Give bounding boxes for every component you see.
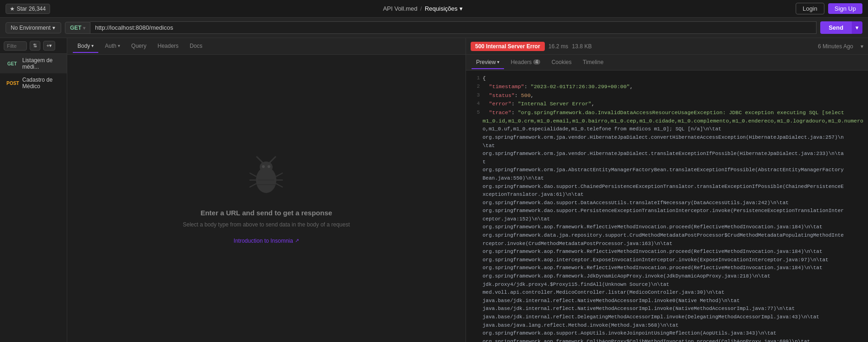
response-body: 1 { 2 "timestamp": "2023-02-01T17:26:30.…	[466, 71, 868, 342]
json-line-cont14: org.springframework.data.jpa.repository.…	[471, 232, 863, 240]
tab-docs[interactable]: Docs	[185, 40, 207, 53]
method-badge: GET ▾	[65, 22, 90, 34]
json-line-cont4: org.springframework.orm.jpa.vendor.Hiber…	[471, 150, 863, 158]
sidebar-item-listagem[interactable]: GET Listagem de médi...	[0, 54, 67, 73]
top-nav-center: API Voll.med / Requisições ▾	[383, 5, 463, 12]
main-layout: ⇅ +▾ GET Listagem de médi... POST Cadast…	[0, 38, 868, 342]
json-line-cont26: org.springframework.aop.support.AopUtils…	[471, 329, 863, 338]
tab-auth[interactable]: Auth ▾	[100, 40, 125, 53]
json-line-cont1: o,m1_0.uf,m1_0.especialidade,m1_0.telefo…	[471, 125, 863, 134]
chevron-down-icon: ▾	[52, 25, 55, 31]
json-line-cont23: java.base/jdk.internal.reflect.NativeMet…	[471, 305, 863, 313]
request-tabs: Body ▾ Auth ▾ Query Headers Docs	[67, 38, 466, 55]
tab-preview[interactable]: Preview ▾	[472, 56, 504, 69]
response-panel: 500 Internal Server Error 16.2 ms 13.8 K…	[466, 38, 868, 342]
json-line-cont8: org.springframework.dao.support.ChainedP…	[471, 183, 863, 191]
status-badge: 500 Internal Server Error	[471, 42, 545, 51]
tab-label: Docs	[190, 43, 202, 49]
login-button[interactable]: Login	[796, 3, 824, 14]
sidebar: ⇅ +▾ GET Listagem de médi... POST Cadast…	[0, 38, 67, 342]
json-line-cont16: org.springframework.aop.framework.Reflec…	[471, 248, 863, 256]
svg-point-1	[260, 161, 273, 173]
star-button[interactable]: ★ Star 26,344	[6, 4, 50, 14]
top-nav-right: Login Sign Up	[796, 3, 862, 14]
filter-input[interactable]	[4, 41, 27, 51]
json-line-1: 1 {	[471, 74, 863, 83]
sidebar-item-label: Cadastro de Médico	[22, 77, 62, 90]
chevron-down-icon: ▾	[861, 43, 863, 50]
json-line-cont15: rceptor.invoke(CrudMethodMetadataPostPro…	[471, 240, 863, 248]
environment-selector[interactable]: No Environment ▾	[6, 22, 61, 33]
intro-link[interactable]: Introduction to Insomnia ↗	[234, 238, 299, 244]
json-line-cont7: Bean.java:550)\n\tat	[471, 174, 863, 183]
headers-badge: 4	[533, 59, 541, 65]
tab-label: Preview	[476, 59, 496, 65]
add-button[interactable]: +▾	[43, 41, 55, 51]
json-line-5: 5 "trace": "org.springframework.dao.Inva…	[471, 109, 863, 126]
star-count: 26,344	[29, 6, 46, 12]
json-line-cont13: org.springframework.aop.framework.Reflec…	[471, 223, 863, 232]
current-page[interactable]: Requisições ▾	[425, 5, 463, 12]
svg-point-5	[268, 165, 270, 168]
svg-line-11	[276, 184, 282, 187]
response-tabs: Preview ▾ Headers 4 Cookies Timeline	[466, 55, 868, 71]
url-input[interactable]	[90, 21, 817, 34]
chevron-down-icon: ▾	[497, 59, 499, 65]
json-line-cont18: org.springframework.aop.framework.Reflec…	[471, 264, 863, 272]
json-line-cont19: org.springframework.aop.framework.JdkDyn…	[471, 272, 863, 281]
chevron-down-icon: ▾	[460, 5, 463, 12]
request-panel-content: Enter a URL and send to get a response S…	[67, 55, 466, 342]
star-icon: ★	[10, 6, 15, 12]
method-label: GET	[70, 25, 82, 31]
send-button[interactable]: Send	[820, 21, 852, 34]
intro-link-text: Introduction to Insomnia	[234, 238, 293, 244]
response-meta: 6 Minutes Ago ▾	[818, 43, 863, 50]
time-ago: 6 Minutes Ago	[818, 43, 853, 50]
send-btn-group: Send ▾	[820, 21, 862, 34]
json-line-cont24: java.base/jdk.internal.reflect.Delegatin…	[471, 313, 863, 322]
url-bar: GET ▾	[65, 21, 817, 34]
send-dropdown-button[interactable]: ▾	[852, 21, 862, 34]
star-label: Star	[17, 6, 27, 12]
svg-line-9	[276, 173, 282, 176]
json-line-cont25: java.base/java.lang.reflect.Method.invok…	[471, 322, 863, 330]
current-page-label: Requisições	[425, 5, 458, 12]
breadcrumb-project: API Voll.med	[383, 5, 417, 12]
tab-body[interactable]: Body ▾	[73, 40, 98, 53]
tab-cookies[interactable]: Cookies	[547, 56, 576, 69]
chevron-down-icon: ▾	[91, 43, 94, 48]
signup-button[interactable]: Sign Up	[828, 3, 862, 14]
url-input-wrapper	[90, 21, 817, 34]
request-panel: Body ▾ Auth ▾ Query Headers Docs	[67, 38, 466, 342]
json-line-cont21: med.voll.api.controller.MedicoController…	[471, 289, 863, 297]
json-line-cont27: org.springframework.aop.framework.CglibA…	[471, 338, 863, 342]
tab-query[interactable]: Query	[127, 40, 151, 53]
tab-label: Headers	[158, 43, 179, 49]
response-time: 16.2 ms	[549, 43, 568, 50]
tab-timeline[interactable]: Timeline	[578, 56, 608, 69]
bug-icon	[243, 153, 289, 200]
request-bar: No Environment ▾ GET ▾ Send ▾	[0, 18, 868, 38]
svg-line-3	[270, 157, 275, 162]
svg-point-4	[262, 165, 265, 168]
tab-label: Auth	[105, 43, 116, 49]
json-line-cont11: org.springframework.dao.support.Persiste…	[471, 207, 863, 215]
json-line-cont22: java.base/jdk.internal.reflect.NativeMet…	[471, 297, 863, 305]
json-line-cont2: org.springframework.orm.jpa.vendor.Hiber…	[471, 134, 863, 142]
response-size: 13.8 KB	[572, 43, 592, 50]
json-line-cont6: org.springframework.orm.jpa.AbstractEnti…	[471, 166, 863, 174]
sidebar-item-cadastro[interactable]: POST Cadastro de Médico	[0, 73, 67, 93]
tab-label: Timeline	[583, 59, 604, 65]
sidebar-item-label: Listagem de médi...	[22, 57, 62, 70]
method-post-tag: POST	[5, 80, 19, 86]
sort-button[interactable]: ⇅	[30, 41, 40, 51]
json-line-cont3: \tat	[471, 142, 863, 150]
response-toolbar: 500 Internal Server Error 16.2 ms 13.8 K…	[466, 38, 868, 55]
tab-response-headers[interactable]: Headers 4	[506, 56, 545, 69]
json-line-cont12: ceptor.java:152)\n\tat	[471, 215, 863, 224]
top-nav: ★ Star 26,344 API Voll.med / Requisições…	[0, 0, 868, 18]
tab-headers[interactable]: Headers	[153, 40, 183, 53]
json-line-cont20: jdk.proxy4/jdk.proxy4.$Proxy115.findAll(…	[471, 281, 863, 289]
chevron-down-icon: ▾	[118, 43, 120, 48]
tab-label: Cookies	[551, 59, 571, 65]
